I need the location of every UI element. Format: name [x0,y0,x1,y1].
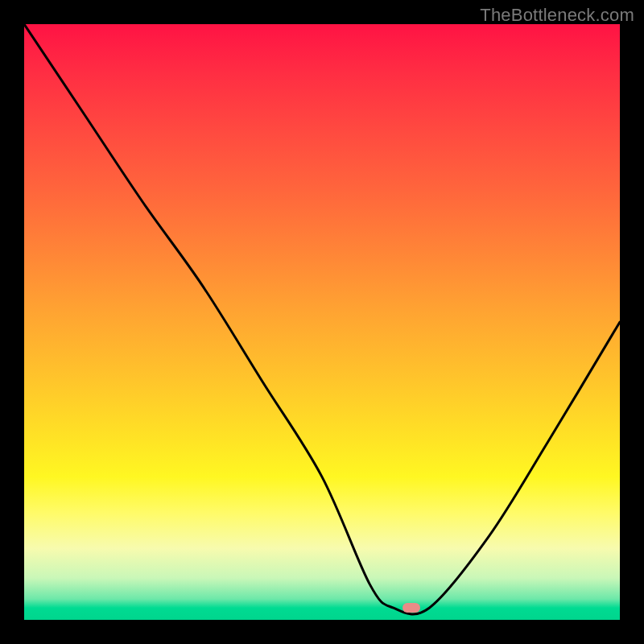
chart-frame: TheBottleneck.com [0,0,644,644]
bottleneck-curve [24,24,620,620]
plot-area [24,24,620,620]
watermark-label: TheBottleneck.com [480,5,634,26]
optimal-point-marker [402,603,420,613]
